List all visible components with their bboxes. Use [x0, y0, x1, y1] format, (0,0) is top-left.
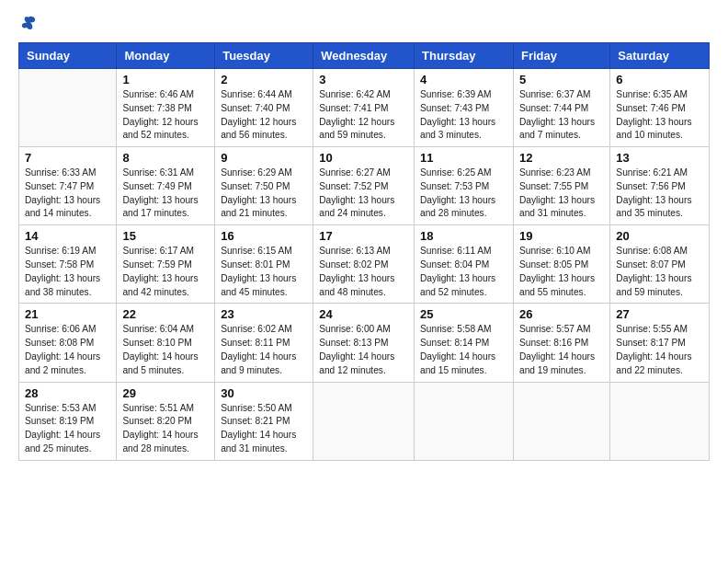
- day-info: Sunrise: 6:29 AM Sunset: 7:50 PM Dayligh…: [221, 167, 307, 221]
- calendar-cell: 15Sunrise: 6:17 AM Sunset: 7:59 PM Dayli…: [117, 225, 215, 304]
- calendar-cell: 4Sunrise: 6:39 AM Sunset: 7:43 PM Daylig…: [415, 69, 514, 147]
- day-number: 20: [616, 229, 703, 243]
- day-info: Sunrise: 6:42 AM Sunset: 7:41 PM Dayligh…: [319, 88, 408, 143]
- calendar-cell: 30Sunrise: 5:50 AM Sunset: 8:21 PM Dayli…: [215, 382, 313, 460]
- column-header-friday: Friday: [513, 43, 609, 69]
- day-info: Sunrise: 6:04 AM Sunset: 8:10 PM Dayligh…: [122, 323, 209, 377]
- calendar-cell: 12Sunrise: 6:23 AM Sunset: 7:55 PM Dayli…: [513, 147, 609, 225]
- calendar-cell: 25Sunrise: 5:58 AM Sunset: 8:14 PM Dayli…: [415, 304, 514, 382]
- day-number: 4: [420, 73, 507, 86]
- day-number: 21: [25, 307, 110, 321]
- calendar-cell: 3Sunrise: 6:42 AM Sunset: 7:41 PM Daylig…: [313, 69, 415, 147]
- day-number: 22: [122, 307, 209, 321]
- header: [18, 17, 710, 31]
- calendar-cell: [313, 382, 415, 460]
- calendar-cell: 23Sunrise: 6:02 AM Sunset: 8:11 PM Dayli…: [215, 304, 313, 382]
- day-number: 12: [519, 151, 604, 165]
- calendar-cell: 8Sunrise: 6:31 AM Sunset: 7:49 PM Daylig…: [117, 147, 215, 225]
- day-number: 24: [319, 307, 408, 321]
- week-row-1: 1Sunrise: 6:46 AM Sunset: 7:38 PM Daylig…: [19, 69, 710, 147]
- day-number: 1: [122, 73, 209, 86]
- week-row-4: 21Sunrise: 6:06 AM Sunset: 8:08 PM Dayli…: [19, 304, 710, 382]
- calendar-cell: 18Sunrise: 6:11 AM Sunset: 8:04 PM Dayli…: [415, 225, 514, 304]
- day-number: 5: [519, 73, 604, 86]
- day-info: Sunrise: 6:23 AM Sunset: 7:55 PM Dayligh…: [519, 167, 604, 221]
- calendar-cell: 16Sunrise: 6:15 AM Sunset: 8:01 PM Dayli…: [215, 225, 313, 304]
- day-info: Sunrise: 6:37 AM Sunset: 7:44 PM Dayligh…: [519, 88, 604, 143]
- calendar-cell: 6Sunrise: 6:35 AM Sunset: 7:46 PM Daylig…: [610, 69, 710, 147]
- week-row-3: 14Sunrise: 6:19 AM Sunset: 7:58 PM Dayli…: [19, 225, 710, 304]
- column-header-saturday: Saturday: [610, 43, 710, 69]
- calendar-cell: [610, 382, 710, 460]
- logo-bird-icon: [20, 15, 37, 31]
- calendar-cell: 28Sunrise: 5:53 AM Sunset: 8:19 PM Dayli…: [19, 382, 117, 460]
- day-info: Sunrise: 5:57 AM Sunset: 8:16 PM Dayligh…: [519, 323, 604, 377]
- day-info: Sunrise: 6:21 AM Sunset: 7:56 PM Dayligh…: [616, 167, 703, 221]
- calendar-cell: 26Sunrise: 5:57 AM Sunset: 8:16 PM Dayli…: [513, 304, 609, 382]
- day-info: Sunrise: 5:50 AM Sunset: 8:21 PM Dayligh…: [221, 402, 307, 456]
- column-header-tuesday: Tuesday: [215, 43, 313, 69]
- calendar-cell: 10Sunrise: 6:27 AM Sunset: 7:52 PM Dayli…: [313, 147, 415, 225]
- column-header-wednesday: Wednesday: [313, 43, 415, 69]
- day-number: 16: [221, 229, 307, 243]
- column-header-sunday: Sunday: [19, 43, 117, 69]
- day-number: 18: [420, 229, 507, 243]
- day-info: Sunrise: 6:06 AM Sunset: 8:08 PM Dayligh…: [25, 323, 110, 377]
- day-number: 11: [420, 151, 507, 165]
- calendar-cell: 11Sunrise: 6:25 AM Sunset: 7:53 PM Dayli…: [415, 147, 514, 225]
- column-header-monday: Monday: [117, 43, 215, 69]
- page: SundayMondayTuesdayWednesdayThursdayFrid…: [0, 0, 728, 470]
- day-number: 17: [319, 229, 408, 243]
- week-row-2: 7Sunrise: 6:33 AM Sunset: 7:47 PM Daylig…: [19, 147, 710, 225]
- column-header-thursday: Thursday: [415, 43, 514, 69]
- day-info: Sunrise: 6:25 AM Sunset: 7:53 PM Dayligh…: [420, 167, 507, 221]
- calendar-cell: 5Sunrise: 6:37 AM Sunset: 7:44 PM Daylig…: [513, 69, 609, 147]
- calendar-cell: 19Sunrise: 6:10 AM Sunset: 8:05 PM Dayli…: [513, 225, 609, 304]
- day-info: Sunrise: 6:35 AM Sunset: 7:46 PM Dayligh…: [616, 88, 703, 143]
- day-info: Sunrise: 6:15 AM Sunset: 8:01 PM Dayligh…: [221, 245, 307, 299]
- calendar-cell: 13Sunrise: 6:21 AM Sunset: 7:56 PM Dayli…: [610, 147, 710, 225]
- day-info: Sunrise: 6:13 AM Sunset: 8:02 PM Dayligh…: [319, 245, 408, 299]
- week-row-5: 28Sunrise: 5:53 AM Sunset: 8:19 PM Dayli…: [19, 382, 710, 460]
- calendar-cell: 17Sunrise: 6:13 AM Sunset: 8:02 PM Dayli…: [313, 225, 415, 304]
- day-number: 8: [122, 151, 209, 165]
- calendar-cell: 29Sunrise: 5:51 AM Sunset: 8:20 PM Dayli…: [117, 382, 215, 460]
- day-info: Sunrise: 6:44 AM Sunset: 7:40 PM Dayligh…: [221, 88, 307, 143]
- day-info: Sunrise: 6:39 AM Sunset: 7:43 PM Dayligh…: [420, 88, 507, 143]
- day-number: 9: [221, 151, 307, 165]
- day-number: 7: [25, 151, 110, 165]
- day-info: Sunrise: 5:55 AM Sunset: 8:17 PM Dayligh…: [616, 323, 703, 377]
- day-info: Sunrise: 6:10 AM Sunset: 8:05 PM Dayligh…: [519, 245, 604, 299]
- day-number: 2: [221, 73, 307, 86]
- calendar-cell: [19, 69, 117, 147]
- calendar-cell: 1Sunrise: 6:46 AM Sunset: 7:38 PM Daylig…: [117, 69, 215, 147]
- calendar-cell: 27Sunrise: 5:55 AM Sunset: 8:17 PM Dayli…: [610, 304, 710, 382]
- calendar-cell: 9Sunrise: 6:29 AM Sunset: 7:50 PM Daylig…: [215, 147, 313, 225]
- calendar-cell: 22Sunrise: 6:04 AM Sunset: 8:10 PM Dayli…: [117, 304, 215, 382]
- day-number: 3: [319, 73, 408, 86]
- day-number: 30: [221, 386, 307, 400]
- day-info: Sunrise: 6:00 AM Sunset: 8:13 PM Dayligh…: [319, 323, 408, 377]
- calendar-cell: 7Sunrise: 6:33 AM Sunset: 7:47 PM Daylig…: [19, 147, 117, 225]
- day-info: Sunrise: 6:19 AM Sunset: 7:58 PM Dayligh…: [25, 245, 110, 299]
- day-info: Sunrise: 5:58 AM Sunset: 8:14 PM Dayligh…: [420, 323, 507, 377]
- day-info: Sunrise: 6:33 AM Sunset: 7:47 PM Dayligh…: [25, 167, 110, 221]
- day-info: Sunrise: 6:08 AM Sunset: 8:07 PM Dayligh…: [616, 245, 703, 299]
- day-number: 25: [420, 307, 507, 321]
- day-number: 23: [221, 307, 307, 321]
- day-number: 14: [25, 229, 110, 243]
- day-number: 27: [616, 307, 703, 321]
- calendar-cell: 24Sunrise: 6:00 AM Sunset: 8:13 PM Dayli…: [313, 304, 415, 382]
- day-number: 28: [25, 386, 110, 400]
- day-info: Sunrise: 6:31 AM Sunset: 7:49 PM Dayligh…: [122, 167, 209, 221]
- day-info: Sunrise: 6:46 AM Sunset: 7:38 PM Dayligh…: [122, 88, 209, 143]
- column-headers: SundayMondayTuesdayWednesdayThursdayFrid…: [19, 43, 710, 69]
- day-number: 15: [122, 229, 209, 243]
- day-info: Sunrise: 6:17 AM Sunset: 7:59 PM Dayligh…: [122, 245, 209, 299]
- day-number: 10: [319, 151, 408, 165]
- calendar-table: SundayMondayTuesdayWednesdayThursdayFrid…: [18, 42, 710, 461]
- day-number: 26: [519, 307, 604, 321]
- day-number: 6: [616, 73, 703, 86]
- calendar-cell: 2Sunrise: 6:44 AM Sunset: 7:40 PM Daylig…: [215, 69, 313, 147]
- calendar-cell: 20Sunrise: 6:08 AM Sunset: 8:07 PM Dayli…: [610, 225, 710, 304]
